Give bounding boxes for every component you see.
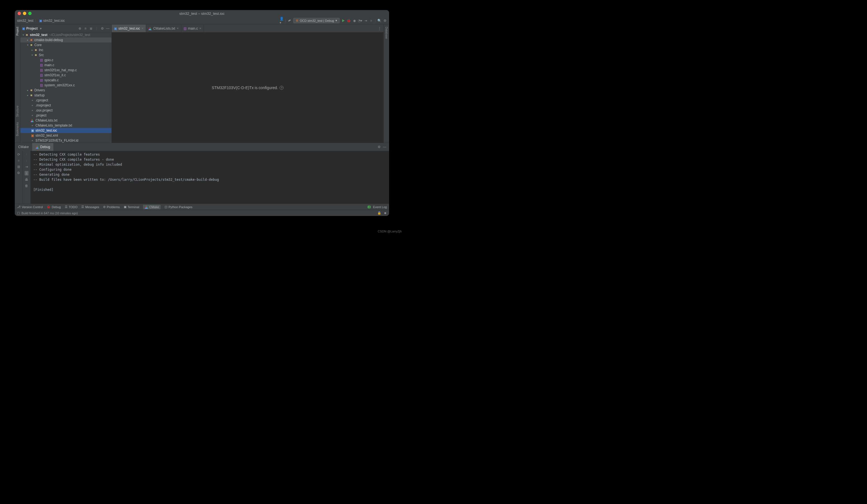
soft-wrap-button[interactable]: ⇥ [25, 165, 28, 169]
collapse-all-button[interactable]: ≣ [89, 26, 93, 31]
breadcrumb[interactable]: stm32_test 〉 ▣ stm32_test.ioc [17, 18, 65, 23]
help-icon[interactable]: ? [280, 86, 283, 90]
tree-item-inc[interactable]: ▸ ■ Inc [20, 47, 111, 53]
tree-item-xml[interactable]: ▣stm32_test.xml [20, 133, 111, 138]
tree-item-cmakelists[interactable]: CMakeLists.txt [20, 118, 111, 123]
messages-tool-button[interactable]: ☰Messages [81, 205, 99, 209]
build-button[interactable] [288, 19, 292, 23]
tree-item-core[interactable]: ▾ ■ Core [20, 42, 111, 47]
tree-item-syscalls[interactable]: ▧syscalls.c [20, 78, 111, 83]
tree-root[interactable]: ▾ ■ stm32_test ~/CLionProjects/stm32_tes… [20, 32, 111, 37]
zoom-window-button[interactable] [28, 12, 32, 15]
run-button[interactable] [341, 19, 345, 23]
coverage-button[interactable]: ◉ [353, 19, 356, 23]
xml-file-icon: ▣ [30, 133, 34, 138]
settings-button[interactable]: ⚙ [383, 19, 387, 23]
print-button[interactable]: 🖶 [25, 178, 28, 182]
chevron-down-icon[interactable]: ▾ [30, 54, 34, 56]
c-file-icon: ▧ [39, 78, 43, 82]
tree-item-cmake-build-debug[interactable]: ▸ ■ cmake-build-debug [20, 37, 111, 42]
cmake-output-tab[interactable]: CMake [15, 143, 32, 151]
tree-item-main-c[interactable]: ▧main.c [20, 63, 111, 68]
tree-item-src[interactable]: ▾ ■ Src [20, 53, 111, 57]
clear-button[interactable]: 🗑 [25, 184, 28, 188]
chevron-right-icon[interactable]: ▸ [26, 94, 29, 97]
rerun-button[interactable]: ⟳ [17, 152, 20, 157]
main-body: Project Structure Bookmarks ▣ Project ▾ … [15, 24, 389, 143]
chevron-right-icon[interactable]: ▸ [30, 49, 34, 51]
debug-output-tab[interactable]: Debug [32, 143, 53, 151]
code-with-me-icon[interactable]: 👤▾ [280, 19, 283, 23]
tree-item-it-c[interactable]: ▧stm32f1xx_it.c [20, 73, 111, 78]
project-tree[interactable]: ▾ ■ stm32_test ~/CLionProjects/stm32_tes… [20, 32, 111, 143]
project-panel: ▣ Project ▾ ⊕ ≡ ≣ | ⚙ — ▾ ■ stm32_test [20, 24, 112, 143]
attach-button[interactable]: ⇥ [364, 19, 367, 23]
close-tab-button[interactable]: ✕ [176, 27, 179, 30]
chevron-right-icon[interactable]: ▸ [26, 89, 29, 92]
project-settings-button[interactable]: ⚙ [100, 26, 104, 31]
bookmarks-tool-button[interactable]: Bookmarks [16, 121, 19, 137]
stop-button[interactable]: ■ [18, 159, 20, 163]
inspection-icon[interactable]: ☻ [384, 211, 387, 215]
debug-button[interactable]: 🐞 [347, 19, 351, 23]
select-opened-file-button[interactable]: ⊕ [78, 26, 82, 31]
tree-item-hal-msp[interactable]: ▧stm32f1xx_hal_msp.c [20, 68, 111, 73]
chevron-down-icon[interactable]: ▾ [40, 26, 42, 31]
settings-button[interactable]: ⚙ [17, 171, 20, 175]
chevron-right-icon[interactable]: ▸ [26, 39, 29, 41]
event-log-tool-button[interactable]: Event Log [373, 205, 387, 209]
cmake-tool-button[interactable]: CMake [143, 205, 161, 209]
close-tab-button[interactable]: ✕ [199, 27, 201, 30]
tree-item-flash-ld[interactable]: ▫STM32F103VETx_FLASH.ld [20, 138, 111, 143]
problems-tool-button[interactable]: ⊘Problems [103, 205, 119, 209]
tab-stm32-ioc[interactable]: ▣ stm32_test.ioc ✕ [112, 24, 146, 32]
project-tool-button[interactable]: Project [16, 26, 19, 36]
tree-item-project[interactable]: ▫.project [20, 113, 111, 118]
chevron-down-icon[interactable]: ▾ [22, 33, 25, 36]
up-button[interactable]: ↑ [26, 152, 28, 157]
structure-tool-button[interactable]: Structure [16, 105, 19, 118]
tree-item-ioc[interactable]: ▣stm32_test.ioc [20, 128, 111, 133]
tabs-menu-button[interactable]: ⋮ [376, 24, 384, 32]
tree-item-gpio-c[interactable]: ▧gpio.c [20, 57, 111, 63]
tree-item-cproject[interactable]: ▫.cproject [20, 98, 111, 103]
search-everywhere-button[interactable]: 🔍 [377, 19, 381, 23]
tree-item-startup[interactable]: ▸■startup [20, 93, 111, 98]
database-tool-button[interactable]: Database [385, 26, 388, 40]
close-window-button[interactable] [18, 12, 21, 15]
tree-item-system[interactable]: ▧system_stm32f1xx.c [20, 83, 111, 88]
python-packages-tool-button[interactable]: ◫Python Packages [164, 205, 192, 209]
stop-button[interactable]: ■ [369, 19, 373, 23]
tw-label: Event Log [373, 205, 387, 209]
tree-item-cmakelists-tpl[interactable]: ▫CMakeLists_template.txt [20, 123, 111, 128]
vcs-tool-button[interactable]: ⎇Version Control [17, 205, 43, 209]
lock-icon[interactable]: 🔒 [377, 211, 381, 215]
status-icon[interactable]: ▢ [17, 211, 20, 215]
tree-label: stm32f1xx_hal_msp.c [44, 68, 77, 72]
chevron-down-icon[interactable]: ▾ [26, 44, 29, 46]
tree-item-drivers[interactable]: ▸■Drivers [20, 88, 111, 93]
minimize-panel-button[interactable]: — [106, 26, 110, 31]
debug-tool-button[interactable]: 🐞Debug [47, 205, 61, 209]
hide-panel-button[interactable]: — [383, 145, 386, 149]
filter-button[interactable]: ⊞ [17, 165, 20, 169]
minimize-window-button[interactable] [23, 12, 26, 15]
console-output[interactable]: -- Detecting CXX compile features -- Det… [30, 151, 389, 204]
run-config-selector[interactable]: ⊞ OCD stm32_test | Debug ▾ [293, 18, 340, 23]
panel-settings-button[interactable]: ⚙ [378, 145, 381, 149]
expand-all-button[interactable]: ≡ [84, 26, 87, 31]
close-tab-button[interactable]: ✕ [141, 27, 143, 30]
tab-main-c[interactable]: ▧ main.c ✕ [181, 24, 204, 32]
tree-label: .osx.project [35, 108, 53, 112]
tree-item-osx-project[interactable]: ▫.osx.project [20, 108, 111, 113]
scroll-to-end-button[interactable]: ⤓ [24, 171, 29, 175]
todo-tool-button[interactable]: ☰TODO [65, 205, 78, 209]
project-panel-title[interactable]: Project [26, 26, 38, 31]
profile-button[interactable]: ◔▾ [358, 19, 362, 23]
tree-item-mxproject[interactable]: ▫.mxproject [20, 103, 111, 108]
tab-cmakelists[interactable]: CMakeLists.txt ✕ [146, 24, 181, 32]
down-button[interactable]: ↓ [26, 159, 28, 163]
terminal-tool-button[interactable]: ▣Terminal [124, 205, 139, 209]
breadcrumb-project[interactable]: stm32_test [17, 19, 33, 23]
breadcrumb-file[interactable]: stm32_test.ioc [43, 19, 65, 23]
